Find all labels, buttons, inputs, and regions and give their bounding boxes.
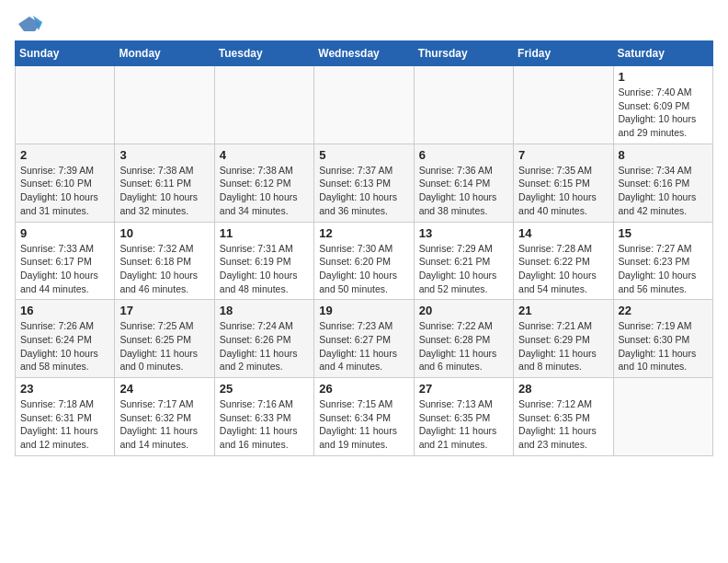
page-header [15, 15, 713, 33]
day-info: Sunrise: 7:37 AM Sunset: 6:13 PM Dayligh… [319, 164, 408, 218]
calendar-cell [613, 378, 712, 456]
day-number: 2 [20, 148, 109, 162]
weekday-header-saturday: Saturday [613, 41, 712, 66]
day-number: 11 [220, 226, 309, 240]
calendar-cell [314, 66, 414, 144]
calendar-week-row: 23Sunrise: 7:18 AM Sunset: 6:31 PM Dayli… [16, 378, 713, 456]
day-number: 17 [119, 304, 209, 317]
weekday-header-wednesday: Wednesday [314, 41, 414, 66]
day-info: Sunrise: 7:38 AM Sunset: 6:12 PM Dayligh… [220, 164, 309, 218]
day-info: Sunrise: 7:27 AM Sunset: 6:23 PM Dayligh… [619, 242, 708, 296]
calendar-cell: 27Sunrise: 7:13 AM Sunset: 6:35 PM Dayli… [414, 378, 513, 456]
weekday-header-friday: Friday [514, 41, 613, 66]
calendar-cell: 22Sunrise: 7:19 AM Sunset: 6:30 PM Dayli… [613, 300, 712, 378]
day-info: Sunrise: 7:21 AM Sunset: 6:29 PM Dayligh… [518, 319, 608, 373]
day-number: 22 [619, 304, 708, 317]
day-info: Sunrise: 7:12 AM Sunset: 6:35 PM Dayligh… [518, 397, 608, 452]
logo [15, 15, 42, 33]
calendar-cell [414, 66, 513, 144]
weekday-header-thursday: Thursday [414, 41, 513, 66]
calendar-cell: 12Sunrise: 7:30 AM Sunset: 6:20 PM Dayli… [314, 222, 414, 300]
calendar-cell: 28Sunrise: 7:12 AM Sunset: 6:35 PM Dayli… [514, 378, 613, 456]
calendar-cell: 20Sunrise: 7:22 AM Sunset: 6:28 PM Dayli… [414, 300, 513, 378]
day-number: 3 [119, 148, 209, 162]
calendar-cell: 2Sunrise: 7:39 AM Sunset: 6:10 PM Daylig… [16, 144, 115, 222]
calendar-cell: 23Sunrise: 7:18 AM Sunset: 6:31 PM Dayli… [16, 378, 115, 456]
day-number: 9 [20, 226, 109, 240]
calendar-cell: 16Sunrise: 7:26 AM Sunset: 6:24 PM Dayli… [16, 300, 115, 378]
calendar-cell: 1Sunrise: 7:40 AM Sunset: 6:09 PM Daylig… [613, 66, 712, 144]
day-number: 15 [619, 226, 708, 240]
day-info: Sunrise: 7:39 AM Sunset: 6:10 PM Dayligh… [20, 164, 109, 218]
day-info: Sunrise: 7:23 AM Sunset: 6:27 PM Dayligh… [319, 319, 408, 373]
calendar-cell: 25Sunrise: 7:16 AM Sunset: 6:33 PM Dayli… [214, 378, 313, 456]
day-number: 21 [518, 304, 608, 317]
calendar-week-row: 1Sunrise: 7:40 AM Sunset: 6:09 PM Daylig… [16, 66, 713, 144]
calendar-cell: 18Sunrise: 7:24 AM Sunset: 6:26 PM Dayli… [214, 300, 313, 378]
day-info: Sunrise: 7:40 AM Sunset: 6:09 PM Dayligh… [619, 86, 708, 140]
day-number: 16 [20, 304, 109, 317]
calendar-cell [214, 66, 313, 144]
day-info: Sunrise: 7:34 AM Sunset: 6:16 PM Dayligh… [619, 164, 708, 218]
calendar-cell [514, 66, 613, 144]
day-info: Sunrise: 7:19 AM Sunset: 6:30 PM Dayligh… [619, 319, 708, 373]
day-info: Sunrise: 7:25 AM Sunset: 6:25 PM Dayligh… [119, 319, 209, 373]
day-number: 25 [220, 382, 309, 396]
day-number: 8 [619, 148, 708, 162]
calendar-cell: 7Sunrise: 7:35 AM Sunset: 6:15 PM Daylig… [514, 144, 613, 222]
day-info: Sunrise: 7:30 AM Sunset: 6:20 PM Dayligh… [319, 242, 408, 296]
day-info: Sunrise: 7:28 AM Sunset: 6:22 PM Dayligh… [518, 242, 608, 296]
day-number: 12 [319, 226, 408, 240]
calendar-cell: 11Sunrise: 7:31 AM Sunset: 6:19 PM Dayli… [214, 222, 313, 300]
calendar-cell: 9Sunrise: 7:33 AM Sunset: 6:17 PM Daylig… [16, 222, 115, 300]
day-info: Sunrise: 7:17 AM Sunset: 6:32 PM Dayligh… [119, 397, 209, 452]
logo-icon [17, 15, 42, 33]
day-number: 27 [419, 382, 508, 396]
calendar-cell: 5Sunrise: 7:37 AM Sunset: 6:13 PM Daylig… [314, 144, 414, 222]
day-info: Sunrise: 7:15 AM Sunset: 6:34 PM Dayligh… [319, 397, 408, 452]
calendar-week-row: 9Sunrise: 7:33 AM Sunset: 6:17 PM Daylig… [16, 222, 713, 300]
day-number: 10 [119, 226, 209, 240]
day-number: 24 [119, 382, 209, 396]
day-info: Sunrise: 7:35 AM Sunset: 6:15 PM Dayligh… [518, 164, 608, 218]
day-info: Sunrise: 7:33 AM Sunset: 6:17 PM Dayligh… [20, 242, 109, 296]
day-info: Sunrise: 7:22 AM Sunset: 6:28 PM Dayligh… [419, 319, 508, 373]
calendar-week-row: 2Sunrise: 7:39 AM Sunset: 6:10 PM Daylig… [16, 144, 713, 222]
calendar-cell: 4Sunrise: 7:38 AM Sunset: 6:12 PM Daylig… [214, 144, 313, 222]
weekday-header-monday: Monday [115, 41, 214, 66]
weekday-header-tuesday: Tuesday [214, 41, 313, 66]
day-number: 7 [518, 148, 608, 162]
day-number: 26 [319, 382, 408, 396]
day-number: 5 [319, 148, 408, 162]
calendar-cell [16, 66, 115, 144]
calendar-cell: 21Sunrise: 7:21 AM Sunset: 6:29 PM Dayli… [514, 300, 613, 378]
calendar-week-row: 16Sunrise: 7:26 AM Sunset: 6:24 PM Dayli… [16, 300, 713, 378]
day-number: 14 [518, 226, 608, 240]
day-number: 28 [518, 382, 608, 396]
day-info: Sunrise: 7:32 AM Sunset: 6:18 PM Dayligh… [119, 242, 209, 296]
day-number: 20 [419, 304, 508, 317]
day-number: 6 [419, 148, 508, 162]
day-info: Sunrise: 7:16 AM Sunset: 6:33 PM Dayligh… [220, 397, 309, 452]
day-number: 19 [319, 304, 408, 317]
calendar-cell: 13Sunrise: 7:29 AM Sunset: 6:21 PM Dayli… [414, 222, 513, 300]
weekday-header-sunday: Sunday [16, 41, 115, 66]
calendar-cell: 6Sunrise: 7:36 AM Sunset: 6:14 PM Daylig… [414, 144, 513, 222]
day-info: Sunrise: 7:36 AM Sunset: 6:14 PM Dayligh… [419, 164, 508, 218]
day-info: Sunrise: 7:13 AM Sunset: 6:35 PM Dayligh… [419, 397, 508, 452]
day-info: Sunrise: 7:18 AM Sunset: 6:31 PM Dayligh… [20, 397, 109, 452]
calendar-cell: 15Sunrise: 7:27 AM Sunset: 6:23 PM Dayli… [613, 222, 712, 300]
calendar-cell: 14Sunrise: 7:28 AM Sunset: 6:22 PM Dayli… [514, 222, 613, 300]
day-info: Sunrise: 7:29 AM Sunset: 6:21 PM Dayligh… [419, 242, 508, 296]
day-number: 18 [220, 304, 309, 317]
day-number: 13 [419, 226, 508, 240]
day-info: Sunrise: 7:38 AM Sunset: 6:11 PM Dayligh… [119, 164, 209, 218]
calendar-cell: 17Sunrise: 7:25 AM Sunset: 6:25 PM Dayli… [115, 300, 214, 378]
day-number: 1 [619, 70, 708, 84]
weekday-header-row: SundayMondayTuesdayWednesdayThursdayFrid… [16, 41, 713, 66]
calendar-cell: 8Sunrise: 7:34 AM Sunset: 6:16 PM Daylig… [613, 144, 712, 222]
calendar-cell: 19Sunrise: 7:23 AM Sunset: 6:27 PM Dayli… [314, 300, 414, 378]
calendar-cell: 10Sunrise: 7:32 AM Sunset: 6:18 PM Dayli… [115, 222, 214, 300]
day-number: 4 [220, 148, 309, 162]
day-info: Sunrise: 7:24 AM Sunset: 6:26 PM Dayligh… [220, 319, 309, 373]
